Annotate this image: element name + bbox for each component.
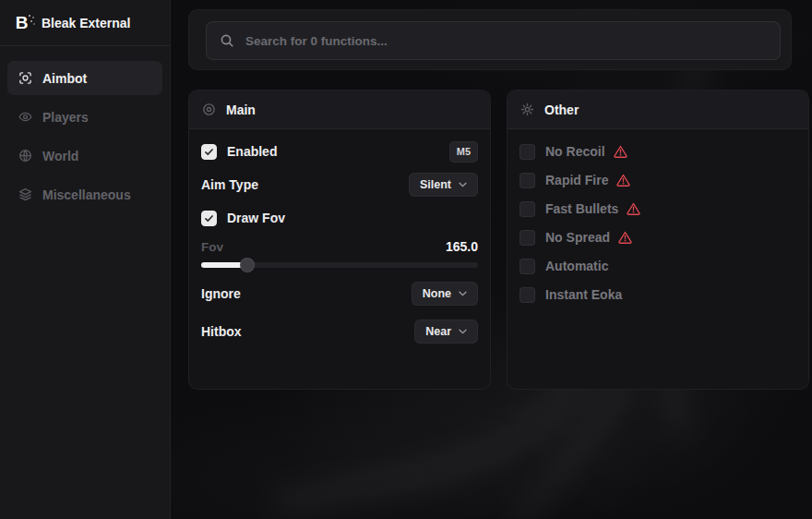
ignore-dropdown[interactable]: None bbox=[412, 282, 478, 306]
no-recoil-row: No Recoil bbox=[519, 139, 796, 163]
sidebar-item-label: Players bbox=[42, 110, 89, 125]
crosshair-icon bbox=[18, 71, 32, 85]
other-panel-header: Other bbox=[508, 91, 808, 129]
toggle-label: Automatic bbox=[545, 259, 608, 273]
enabled-keybind-button[interactable]: M5 bbox=[449, 141, 478, 163]
search-box[interactable] bbox=[206, 21, 781, 60]
hitbox-label: Hitbox bbox=[201, 324, 242, 339]
rapid-fire-row: Rapid Fire bbox=[519, 168, 796, 192]
fast-bullets-checkbox[interactable] bbox=[519, 201, 535, 217]
draw-fov-checkbox[interactable] bbox=[201, 211, 217, 226]
aim-type-value: Silent bbox=[420, 178, 451, 191]
sidebar: B Bleak External Aimbot bbox=[0, 0, 171, 519]
warning-icon bbox=[616, 174, 630, 187]
fov-slider-row bbox=[201, 258, 478, 272]
no-spread-checkbox[interactable] bbox=[519, 230, 535, 246]
automatic-checkbox[interactable] bbox=[519, 259, 535, 274]
sidebar-item-players[interactable]: Players bbox=[7, 100, 162, 134]
fast-bullets-row: Fast Bullets bbox=[519, 197, 796, 221]
rapid-fire-checkbox[interactable] bbox=[519, 173, 535, 188]
warning-icon bbox=[618, 231, 632, 244]
aim-type-row: Aim Type Silent bbox=[201, 173, 478, 197]
sidebar-item-label: Aimbot bbox=[42, 71, 87, 86]
main-panel-header: Main bbox=[189, 91, 490, 129]
warning-icon bbox=[627, 202, 640, 215]
search-input[interactable] bbox=[245, 34, 767, 48]
no-recoil-checkbox[interactable] bbox=[519, 144, 535, 160]
toggle-label: No Spread bbox=[545, 230, 610, 245]
sidebar-item-label: Miscellaneous bbox=[42, 187, 131, 202]
warning-icon bbox=[614, 145, 627, 158]
chevron-down-icon bbox=[459, 329, 467, 334]
other-panel: Other No Recoil Rapid Fire bbox=[507, 90, 809, 390]
ignore-row: Ignore None bbox=[201, 282, 478, 306]
hitbox-row: Hitbox Near bbox=[201, 320, 478, 344]
app-title: Bleak External bbox=[42, 16, 131, 30]
b-logo-icon: B bbox=[11, 13, 31, 33]
search-panel bbox=[188, 9, 792, 70]
aim-type-label: Aim Type bbox=[201, 177, 258, 192]
sidebar-nav: Aimbot Players World bbox=[0, 46, 170, 211]
logo-letter: B bbox=[16, 13, 28, 33]
chevron-down-icon bbox=[459, 291, 467, 296]
chevron-down-icon bbox=[459, 182, 467, 187]
other-panel-body: No Recoil Rapid Fire Fast Bullets bbox=[508, 139, 808, 307]
toggle-label: Rapid Fire bbox=[545, 173, 608, 187]
aim-type-dropdown[interactable]: Silent bbox=[409, 173, 478, 197]
draw-fov-label: Draw Fov bbox=[227, 211, 285, 225]
toggle-label: No Recoil bbox=[545, 144, 605, 159]
instant-eoka-checkbox[interactable] bbox=[519, 287, 535, 303]
hitbox-dropdown[interactable]: Near bbox=[414, 320, 478, 344]
enabled-label: Enabled bbox=[227, 144, 277, 159]
ignore-label: Ignore bbox=[201, 286, 241, 301]
globe-icon bbox=[18, 149, 32, 163]
search-icon bbox=[220, 33, 234, 48]
layers-icon bbox=[18, 187, 32, 201]
ignore-value: None bbox=[423, 287, 451, 300]
panel-title: Main bbox=[226, 103, 256, 117]
fov-label: Fov bbox=[201, 240, 223, 254]
panel-title: Other bbox=[544, 103, 579, 117]
hitbox-value: Near bbox=[425, 325, 451, 338]
fov-value: 165.0 bbox=[446, 239, 478, 254]
sidebar-item-label: World bbox=[42, 149, 78, 163]
sidebar-item-miscellaneous[interactable]: Miscellaneous bbox=[7, 177, 162, 211]
enabled-row: Enabled M5 bbox=[201, 139, 478, 163]
main-panel: Main Enabled M5 Aim Type Silent bbox=[188, 90, 491, 390]
target-icon bbox=[202, 103, 216, 116]
draw-fov-row: Draw Fov bbox=[201, 206, 478, 230]
instant-eoka-row: Instant Eoka bbox=[519, 283, 796, 307]
sidebar-item-world[interactable]: World bbox=[7, 139, 162, 173]
main-content: Main Enabled M5 Aim Type Silent bbox=[171, 0, 812, 519]
fov-slider[interactable] bbox=[201, 262, 478, 268]
main-panel-body: Enabled M5 Aim Type Silent Draw Fov bbox=[189, 139, 490, 344]
enabled-checkbox[interactable] bbox=[201, 144, 217, 160]
no-spread-row: No Spread bbox=[519, 225, 796, 249]
app-logo-row: B Bleak External bbox=[0, 0, 170, 46]
eye-icon bbox=[18, 110, 32, 124]
automatic-row: Automatic bbox=[519, 254, 796, 278]
toggle-label: Fast Bullets bbox=[545, 201, 618, 216]
fov-row: Fov 165.0 bbox=[201, 237, 478, 256]
gear-icon bbox=[520, 103, 534, 116]
toggle-label: Instant Eoka bbox=[545, 287, 622, 302]
fov-slider-thumb[interactable] bbox=[240, 258, 255, 272]
sidebar-item-aimbot[interactable]: Aimbot bbox=[7, 61, 162, 95]
